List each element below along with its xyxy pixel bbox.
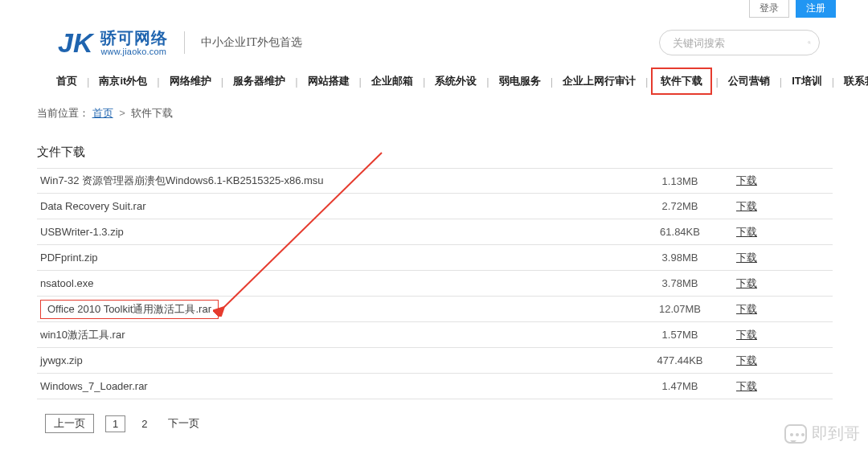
download-cell: 下载 [736,276,833,291]
nav-sep: | [780,76,782,88]
download-link[interactable]: 下载 [736,354,757,366]
site-header: JK 骄可网络 www.jiaoko.com 中小企业IT外包首选 [0,13,868,68]
table-row: Windows_7_Loader.rar1.47MB下载 [37,374,833,399]
table-row: nsatool.exe3.78MB下载 [37,271,833,297]
file-table: Win7-32 资源管理器崩溃包Windows6.1-KB2515325-x86… [37,168,833,399]
nav-item-11[interactable]: IT培训 [785,68,829,95]
nav-item-8[interactable]: 企业上网行审计 [556,68,642,95]
file-name: win10激活工具.rar [37,328,624,342]
nav-item-12[interactable]: 联系我们 [837,68,868,95]
nav-sep: | [715,76,718,88]
nav-sep: | [87,76,89,88]
logo-cn: 骄可网络 [100,29,168,47]
breadcrumb-label: 当前位置： [37,107,89,119]
download-link[interactable]: 下载 [736,200,757,212]
login-button[interactable]: 登录 [749,0,789,18]
table-row: USBWriter-1.3.zip61.84KB下载 [37,219,833,245]
file-name: nsatool.exe [37,277,624,289]
pager-prev[interactable]: 上一页 [45,414,94,433]
file-name: PDFprint.zip [37,252,624,264]
download-cell: 下载 [736,379,833,394]
nav-item-1[interactable]: 南京it外包 [92,68,154,95]
nav-sep: | [295,76,297,88]
file-size: 3.98MB [624,252,736,264]
download-cell: 下载 [736,354,833,368]
download-cell: 下载 [736,328,833,342]
download-cell: 下载 [736,199,833,214]
logo-abbr: JK [58,29,92,56]
pager-next[interactable]: 下一页 [163,415,204,432]
section-title: 文件下载 [0,127,868,168]
table-row: Win7-32 资源管理器崩溃包Windows6.1-KB2515325-x86… [37,168,833,194]
download-link[interactable]: 下载 [736,303,757,315]
nav-item-2[interactable]: 网络维护 [163,68,218,95]
download-link[interactable]: 下载 [736,226,757,238]
file-name: Windows_7_Loader.rar [37,380,624,392]
search-box[interactable] [659,30,820,55]
nav-item-6[interactable]: 系统外设 [428,68,483,95]
nav-item-9[interactable]: 软件下载 [651,68,712,95]
download-cell: 下载 [736,225,833,239]
file-size: 477.44KB [624,354,736,366]
download-link[interactable]: 下载 [736,174,757,186]
logo-en: www.jiaoko.com [100,47,168,56]
breadcrumb: 当前位置： 首页 > 软件下载 [0,95,868,127]
nav-sep: | [423,76,425,88]
table-row: jywgx.zip477.44KB下载 [37,348,833,374]
file-name: jywgx.zip [37,354,624,366]
logo-text: 骄可网络 www.jiaoko.com [100,29,168,56]
search-input[interactable] [673,37,808,49]
breadcrumb-current: 软件下载 [131,107,173,119]
pager-page-2[interactable]: 2 [137,416,152,432]
file-size: 1.47MB [624,380,736,392]
top-bar: 登录 注册 [0,0,868,13]
file-size: 61.84KB [624,226,736,238]
nav-item-10[interactable]: 公司营销 [722,68,776,95]
highlighted-file: Office 2010 Toolkit通用激活工具.rar [40,300,219,319]
main-nav: 首页|南京it外包|网络维护|服务器维护|网站搭建|企业邮箱|系统外设|弱电服务… [0,68,868,95]
nav-sep: | [486,76,489,88]
file-size: 1.13MB [624,175,736,187]
table-row: PDFprint.zip3.98MB下载 [37,245,833,271]
nav-item-0[interactable]: 首页 [50,68,84,95]
download-cell: 下载 [736,302,833,317]
download-cell: 下载 [736,251,833,265]
file-size: 1.57MB [624,329,736,341]
download-link[interactable]: 下载 [736,252,757,264]
table-row: Data Recovery Suit.rar2.72MB下载 [37,194,833,219]
pager: 上一页 1 2 下一页 [0,399,868,449]
file-name: USBWriter-1.3.zip [37,226,624,238]
download-cell: 下载 [736,174,833,188]
file-size: 2.72MB [624,200,736,212]
nav-sep: | [359,76,362,88]
download-link[interactable]: 下载 [736,380,757,392]
tagline: 中小企业IT外包首选 [201,35,301,50]
register-button[interactable]: 注册 [796,0,836,18]
nav-item-3[interactable]: 服务器维护 [227,68,292,95]
download-link[interactable]: 下载 [736,277,757,289]
nav-sep: | [832,76,834,88]
breadcrumb-home[interactable]: 首页 [92,107,113,119]
svg-point-0 [809,42,810,43]
table-row: win10激活工具.rar1.57MB下载 [37,322,833,348]
nav-sep: | [551,76,553,88]
nav-sep: | [157,76,159,88]
search-icon[interactable] [808,36,811,49]
table-row: Office 2010 Toolkit通用激活工具.rar12.07MB下载 [37,297,833,322]
header-divider [184,31,185,54]
file-name: Office 2010 Toolkit通用激活工具.rar [37,300,624,319]
file-name: Win7-32 资源管理器崩溃包Windows6.1-KB2515325-x86… [37,174,624,188]
file-name: Data Recovery Suit.rar [37,200,624,212]
nav-item-4[interactable]: 网站搭建 [301,68,356,95]
download-link[interactable]: 下载 [736,329,757,341]
file-size: 3.78MB [624,277,736,289]
nav-sep: | [645,76,648,88]
nav-sep: | [221,76,223,88]
file-size: 12.07MB [624,303,736,315]
pager-page-1[interactable]: 1 [105,415,125,432]
nav-item-5[interactable]: 企业邮箱 [365,68,420,95]
svg-line-1 [810,43,811,44]
nav-item-7[interactable]: 弱电服务 [493,68,547,95]
breadcrumb-sep: > [119,107,125,119]
